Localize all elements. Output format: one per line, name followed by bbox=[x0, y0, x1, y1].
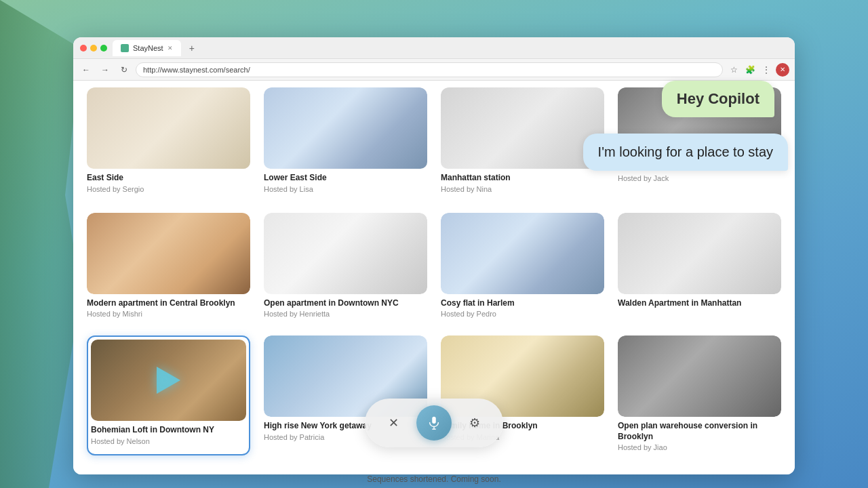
listing-card[interactable]: Modern apartment in Central Brooklyn Hos… bbox=[87, 213, 250, 323]
listing-title: Cosy flat in Harlem bbox=[441, 298, 604, 309]
listing-card[interactable]: Manhattan station Hosted by Nina bbox=[441, 87, 604, 203]
listing-host: Hosted by Mishri bbox=[87, 310, 250, 318]
svg-rect-0 bbox=[432, 417, 436, 424]
mic-button[interactable] bbox=[416, 405, 452, 441]
maximize-dot[interactable] bbox=[100, 45, 107, 52]
play-icon[interactable] bbox=[157, 367, 180, 394]
menu-icon[interactable]: ⋮ bbox=[760, 63, 773, 77]
listing-card[interactable]: Hosted by Jack bbox=[618, 87, 781, 203]
listing-title: Modern apartment in Central Brooklyn bbox=[87, 298, 250, 309]
listing-host: Hosted by Henrietta bbox=[264, 310, 427, 318]
back-button[interactable]: ← bbox=[79, 62, 94, 77]
top-partial-row: East Side Hosted by Sergio Lower East Si… bbox=[87, 81, 781, 206]
refresh-button[interactable]: ↻ bbox=[117, 62, 132, 77]
new-tab-button[interactable]: + bbox=[185, 41, 199, 55]
listings-row-2: Modern apartment in Central Brooklyn Hos… bbox=[87, 206, 781, 329]
bottom-controls: ✕ ⚙ bbox=[365, 399, 503, 447]
listing-card[interactable]: Open plan warehouse conversion in Brookl… bbox=[618, 336, 781, 455]
listing-host: Hosted by Lisa bbox=[264, 185, 427, 193]
listing-card[interactable]: East Side Hosted by Sergio bbox=[87, 87, 250, 203]
status-text: Sequences shortened. Coming soon. bbox=[367, 474, 500, 484]
listing-title: Walden Apartment in Manhattan bbox=[618, 298, 781, 309]
toolbar-icons: ☆ 🧩 ⋮ ✕ bbox=[727, 63, 789, 77]
tab-favicon bbox=[121, 44, 129, 52]
tab-label: StayNest bbox=[133, 44, 163, 52]
browser-toolbar: ← → ↻ http://www.staynest.com/search/ ☆ … bbox=[73, 59, 795, 81]
listing-host: Hosted by Nelson bbox=[91, 437, 246, 445]
listing-title: Open plan warehouse conversion in Brookl… bbox=[618, 421, 781, 442]
listing-host: Hosted by Nina bbox=[441, 185, 604, 193]
listing-title: Lower East Side bbox=[264, 173, 427, 184]
tab-close-icon[interactable]: ✕ bbox=[167, 45, 173, 52]
settings-button[interactable]: ⚙ bbox=[460, 408, 490, 438]
listing-card[interactable]: Walden Apartment in Manhattan bbox=[618, 213, 781, 323]
play-overlay[interactable] bbox=[152, 363, 186, 397]
listing-card[interactable]: Cosy flat in Harlem Hosted by Pedro bbox=[441, 213, 604, 323]
close-dot[interactable] bbox=[80, 45, 87, 52]
listing-title: Bohemian Loft in Downtown NY bbox=[91, 425, 246, 436]
window-controls bbox=[80, 45, 107, 52]
browser-tab[interactable]: StayNest ✕ bbox=[113, 40, 181, 56]
listing-host: Hosted by Jiao bbox=[618, 443, 781, 451]
listing-card[interactable]: Open apartment in Downtown NYC Hosted by… bbox=[264, 213, 427, 323]
url-text: http://www.staynest.com/search/ bbox=[143, 66, 250, 74]
tab-bar: StayNest ✕ + bbox=[113, 40, 788, 56]
mic-icon bbox=[427, 415, 441, 430]
bookmark-icon[interactable]: ☆ bbox=[727, 63, 741, 77]
close-browser-icon[interactable]: ✕ bbox=[776, 63, 789, 77]
listing-title: Open apartment in Downtown NYC bbox=[264, 298, 427, 309]
browser-window: StayNest ✕ + ← → ↻ http://www.staynest.c… bbox=[73, 37, 795, 474]
listing-host: Hosted by Jack bbox=[618, 174, 781, 182]
browser-titlebar: StayNest ✕ + bbox=[73, 37, 795, 59]
listing-card[interactable]: Lower East Side Hosted by Lisa bbox=[264, 87, 427, 203]
listing-card-selected[interactable]: Bohemian Loft in Downtown NY Hosted by N… bbox=[87, 336, 250, 455]
address-bar[interactable]: http://www.staynest.com/search/ bbox=[136, 62, 723, 77]
cancel-button[interactable]: ✕ bbox=[378, 408, 408, 438]
minimize-dot[interactable] bbox=[90, 45, 97, 52]
forward-button[interactable]: → bbox=[98, 62, 113, 77]
extensions-icon[interactable]: 🧩 bbox=[743, 63, 757, 77]
listing-host: Hosted by Sergio bbox=[87, 185, 250, 193]
listings-row-4-partial bbox=[87, 469, 781, 474]
status-bar: Sequences shortened. Coming soon. bbox=[0, 474, 868, 484]
listing-host: Hosted by Pedro bbox=[441, 310, 604, 318]
listing-title: Manhattan station bbox=[441, 173, 604, 184]
listing-title: East Side bbox=[87, 173, 250, 184]
